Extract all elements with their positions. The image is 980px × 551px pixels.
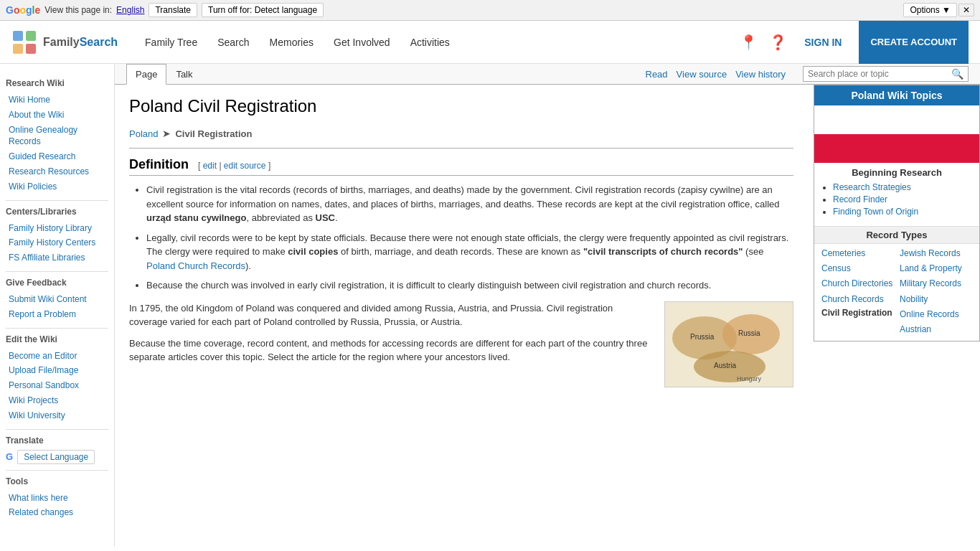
wiki-tabs: Page Talk Read View source View history … bbox=[115, 64, 980, 85]
record-census[interactable]: Census bbox=[821, 262, 894, 276]
wiki-main: Poland Civil Registration Poland ➤ Civil… bbox=[115, 85, 808, 408]
poland-wiki-topics-box: Poland Wiki Topics Beginning Research Re… bbox=[814, 85, 980, 342]
record-civil-bold: Civil Registration bbox=[821, 308, 894, 321]
svg-text:Prussia: Prussia bbox=[690, 333, 715, 341]
tab-read[interactable]: Read bbox=[646, 69, 668, 80]
wiki-content: Poland Civil Registration Poland ➤ Civil… bbox=[115, 85, 980, 408]
sidebar-item-wiki-home[interactable]: Wiki Home bbox=[6, 93, 108, 108]
logo-text: FamilySearch bbox=[43, 36, 118, 49]
sidebar-section-edit-wiki: Edit the Wiki bbox=[6, 334, 108, 344]
translate-language-link[interactable]: English bbox=[116, 5, 144, 15]
record-land[interactable]: Land & Property bbox=[900, 262, 972, 276]
edit-link[interactable]: edit bbox=[203, 161, 217, 171]
sidebar-item-guided-research[interactable]: Guided Research bbox=[6, 149, 108, 164]
svg-rect-2 bbox=[13, 44, 23, 54]
wiki-search-input[interactable] bbox=[808, 69, 951, 79]
record-empty bbox=[821, 323, 894, 336]
sidebar-item-family-history-library[interactable]: Family History Library bbox=[6, 221, 108, 236]
wiki-search-button[interactable]: 🔍 bbox=[951, 68, 963, 80]
nav-family-tree[interactable]: Family Tree bbox=[135, 21, 207, 64]
translate-close-button[interactable]: ✕ bbox=[958, 4, 974, 17]
right-sidebar: Poland Wiki Topics Beginning Research Re… bbox=[808, 85, 980, 408]
main-header: FamilySearch Family Tree Search Memories… bbox=[0, 21, 980, 64]
tab-view-history[interactable]: View history bbox=[735, 69, 786, 80]
record-types-grid: Cemeteries Jewish Records Census Land & … bbox=[814, 247, 979, 341]
logo-link[interactable]: FamilySearch bbox=[11, 29, 118, 55]
nav-memories[interactable]: Memories bbox=[260, 21, 324, 64]
sidebar-item-online-genealogy[interactable]: Online Genealogy Records bbox=[6, 123, 108, 150]
record-church[interactable]: Church Records bbox=[821, 293, 894, 306]
sidebar-item-related-changes[interactable]: Related changes bbox=[6, 505, 108, 520]
translate-button[interactable]: Translate bbox=[149, 3, 197, 17]
sidebar-item-report-problem[interactable]: Report a Problem bbox=[6, 307, 108, 322]
header-actions: 📍 ❓ SIGN IN CREATE ACCOUNT bbox=[740, 21, 969, 64]
google-g-logo: G bbox=[6, 451, 13, 462]
svg-text:Austria: Austria bbox=[714, 362, 737, 369]
svg-rect-0 bbox=[13, 31, 23, 41]
edit-links: [ edit | edit source ] bbox=[198, 161, 270, 171]
svg-text:Russia: Russia bbox=[738, 329, 760, 337]
sidebar-item-wiki-university[interactable]: Wiki University bbox=[6, 408, 108, 423]
sidebar-item-fs-affiliate[interactable]: FS Affiliate Libraries bbox=[6, 250, 108, 265]
research-strategies-link[interactable]: Research Strategies bbox=[833, 182, 911, 192]
beginning-item-finder: Record Finder bbox=[833, 194, 972, 204]
sidebar-item-family-history-centers[interactable]: Family History Centers bbox=[6, 235, 108, 250]
tab-view-source[interactable]: View source bbox=[677, 69, 727, 80]
location-icon[interactable]: 📍 bbox=[740, 34, 758, 51]
breadcrumb-poland[interactable]: Poland bbox=[129, 128, 158, 139]
sidebar-item-about-wiki[interactable]: About the Wiki bbox=[6, 108, 108, 123]
beginning-item-strategies: Research Strategies bbox=[833, 182, 972, 192]
sign-in-button[interactable]: SIGN IN bbox=[798, 37, 847, 48]
sidebar-section-tools: Tools bbox=[6, 476, 108, 486]
record-finder-link[interactable]: Record Finder bbox=[833, 194, 887, 204]
left-sidebar: Research Wiki Wiki Home About the Wiki O… bbox=[0, 64, 115, 547]
create-account-button[interactable]: CREATE ACCOUNT bbox=[859, 21, 969, 64]
record-jewish[interactable]: Jewish Records bbox=[900, 247, 972, 260]
sidebar-item-become-editor[interactable]: Become an Editor bbox=[6, 349, 108, 364]
tab-talk[interactable]: Talk bbox=[166, 64, 202, 85]
sidebar-item-wiki-policies[interactable]: Wiki Policies bbox=[6, 179, 108, 194]
breadcrumb-current: Civil Registration bbox=[175, 128, 252, 139]
beginning-item-town-origin: Finding Town of Origin bbox=[833, 207, 972, 217]
options-button[interactable]: Options ▼ bbox=[903, 3, 957, 17]
finding-town-link[interactable]: Finding Town of Origin bbox=[833, 207, 918, 217]
section-definition: Definition [ edit | edit source ] bbox=[129, 157, 793, 176]
sidebar-item-wiki-projects[interactable]: Wiki Projects bbox=[6, 393, 108, 408]
sidebar-section-research-wiki: Research Wiki bbox=[6, 78, 108, 88]
content-area: Page Talk Read View source View history … bbox=[115, 64, 980, 547]
record-online[interactable]: Online Records bbox=[900, 308, 972, 321]
poland-map-image: Prussia Russia Austria Hungary bbox=[664, 301, 793, 387]
svg-rect-3 bbox=[26, 44, 36, 54]
sidebar-item-submit-wiki[interactable]: Submit Wiki Content bbox=[6, 292, 108, 307]
sidebar-item-personal-sandbox[interactable]: Personal Sandbox bbox=[6, 378, 108, 393]
nav-activities[interactable]: Activities bbox=[400, 21, 460, 64]
beginning-research-list: Research Strategies Record Finder Findin… bbox=[833, 182, 972, 217]
edit-source-link[interactable]: edit source bbox=[224, 161, 266, 171]
flag-white bbox=[814, 105, 979, 134]
svg-text:Hungary: Hungary bbox=[737, 375, 762, 382]
sidebar-item-research-resources[interactable]: Research Resources bbox=[6, 164, 108, 179]
record-military[interactable]: Military Records bbox=[900, 277, 972, 291]
turnoff-button[interactable]: Turn off for: Detect language bbox=[202, 3, 324, 17]
definition-list: Civil registration is the vital records … bbox=[146, 183, 793, 293]
tab-page[interactable]: Page bbox=[126, 64, 166, 85]
map-section: Prussia Russia Austria Hungary bbox=[129, 301, 793, 329]
record-nobility[interactable]: Nobility bbox=[900, 293, 972, 306]
translate-options: Options ▼ ✕ bbox=[903, 3, 974, 17]
record-cemeteries[interactable]: Cemeteries bbox=[821, 247, 894, 260]
flag-red bbox=[814, 134, 979, 163]
sidebar-section-translate: Translate bbox=[6, 435, 108, 446]
record-austrian[interactable]: Austrian bbox=[900, 323, 972, 336]
nav-get-involved[interactable]: Get Involved bbox=[324, 21, 400, 64]
poland-church-records-link[interactable]: Poland Church Records bbox=[146, 260, 245, 271]
sidebar-section-centers: Centers/Libraries bbox=[6, 207, 108, 217]
sidebar-item-upload-file[interactable]: Upload File/Image bbox=[6, 363, 108, 378]
sidebar-item-what-links[interactable]: What links here bbox=[6, 491, 108, 506]
definition-item-3: Because the church was involved in early… bbox=[146, 278, 793, 293]
nav-search[interactable]: Search bbox=[207, 21, 259, 64]
translate-bar-text: View this page in: bbox=[44, 5, 112, 15]
sidebar-section-feedback: Give Feedback bbox=[6, 278, 108, 288]
record-church-dir[interactable]: Church Directories bbox=[821, 277, 894, 291]
help-icon[interactable]: ❓ bbox=[769, 34, 787, 51]
select-language-button[interactable]: Select Language bbox=[17, 450, 95, 464]
